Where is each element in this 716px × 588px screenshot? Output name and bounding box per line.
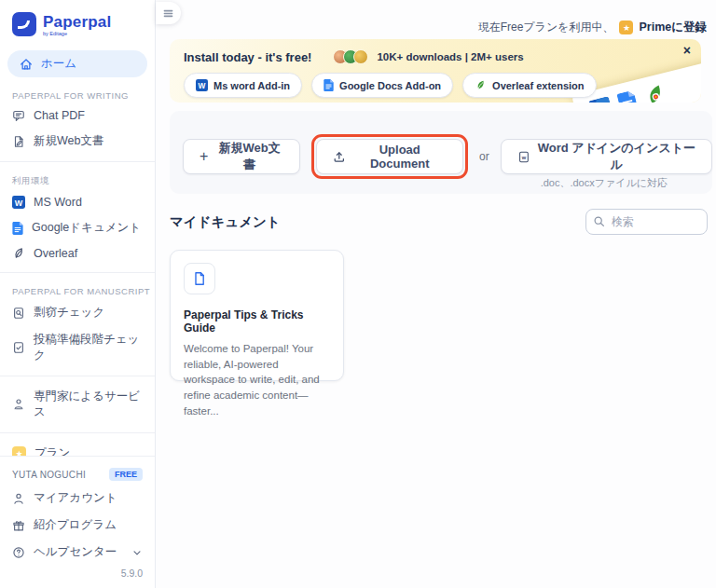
new-web-doc-button[interactable]: + 新規Web文書 [183,139,300,174]
chevron-down-icon[interactable] [131,547,143,558]
install-banner: Install today - it's free! 10K+ download… [170,39,701,103]
sidebar-item-label: 剽窃チェック [34,305,104,321]
menu-toggle-button[interactable] [156,2,181,24]
document-icon [184,263,215,294]
upload-highlight-annotation: Upload Document [311,134,468,179]
prime-star-icon: ★ [619,21,633,34]
gift-icon [12,519,25,532]
upload-icon [333,150,346,164]
document-description: Welcome to Paperpal! Your reliable, AI-p… [184,341,330,418]
paperpal-logo-icon [12,12,36,36]
user-avatars [333,49,368,64]
file-support-note: .doc、.docxファイルに対応 [541,176,668,190]
banner-stats: 10K+ downloads | 2M+ users [377,51,523,62]
svg-text:w: w [521,154,527,159]
sidebar-divider [0,272,155,273]
ms-word-icon: W [196,79,208,91]
sidebar-item-label: Googleドキュメント [32,220,141,236]
my-documents-heading: マイドキュメント [170,213,281,231]
pill-label: Google Docs Add-on [339,80,441,91]
plan-status-text: 現在Freeプランを利用中、 [478,20,614,35]
account-icon [12,492,25,505]
sidebar-item-home[interactable]: ホーム [7,50,147,77]
prime-signup-link[interactable]: Primeに登録 [639,20,707,35]
sidebar-item-label: Overleaf [34,247,77,260]
plan-badge: FREE [109,468,143,481]
button-label: Upload Document [352,143,447,171]
sidebar-item-label: 紹介プログラム [34,517,117,533]
sidebar-item-referral-program[interactable]: 紹介プログラム [0,512,155,539]
word-document-icon: w [517,150,530,164]
new-document-icon [12,135,25,148]
install-word-addin-button[interactable]: w Word アドインのインストール [501,139,712,174]
sidebar: Paperpal by Editage ホーム PAPERPAL FOR WRI… [0,0,156,588]
pill-label: Ms word Add-in [213,80,290,91]
actions-panel: + 新規Web文書 Upload Document or w Word アドイン… [170,111,712,194]
sidebar-divider [0,161,155,162]
overleaf-icon [12,247,25,260]
sidebar-item-label: Chat PDF [34,109,85,122]
avatar [353,49,368,64]
overleaf-extension-button[interactable]: Overleaf extension [462,73,596,98]
google-docs-addon-button[interactable]: Google Docs Add-on [311,73,453,98]
document-title: Paperpal Tips & Tricks Guide [184,308,330,335]
search-icon [593,215,605,227]
section-env-title: 利用環境 [12,175,155,187]
sidebar-item-overleaf[interactable]: Overleaf [0,241,155,266]
document-search-icon [12,307,25,320]
chat-icon [12,109,25,122]
sidebar-item-label: MS Word [34,196,82,209]
svg-text:W: W [15,198,23,208]
topbar-plan-area: 現在Freeプランを利用中、 ★ Primeに登録 [478,20,707,35]
sidebar-item-ms-word[interactable]: W MS Word [0,190,155,214]
app-version: 5.9.0 [0,566,155,582]
upload-document-button[interactable]: Upload Document [316,139,463,174]
section-writing-title: PAPERPAL FOR WRITING [12,90,155,101]
sidebar-item-label: マイアカウント [34,490,117,506]
sidebar-item-chat-pdf[interactable]: Chat PDF [0,103,155,128]
banner-close-icon[interactable]: × [683,43,691,58]
home-icon [20,58,33,71]
button-label: 新規Web文書 [215,140,282,173]
user-name: YUTA NOGUCHI [12,470,86,480]
banner-headline: Install today - it's free! [184,50,311,64]
sidebar-item-label: 専門家によるサービス [34,389,143,420]
expert-person-icon [12,398,25,411]
document-search [585,209,708,235]
sidebar-item-new-web-doc[interactable]: 新規Web文書 [0,128,155,155]
plus-icon: + [200,148,208,165]
brand-name: Paperpal [43,13,111,32]
overleaf-icon [475,79,487,91]
sidebar-footer: YUTA NOGUCHI FREE マイアカウント 紹介プログラム ヘルプセンタ… [0,456,155,588]
google-docs-icon [324,79,334,91]
sidebar-divider [0,432,155,433]
ms-word-icon: W [12,196,25,209]
document-check-icon [12,341,25,354]
sidebar-item-my-account[interactable]: マイアカウント [0,485,155,512]
google-docs-icon [12,222,23,235]
sidebar-item-submission-check[interactable]: 投稿準備段階チェック [0,326,155,369]
document-card[interactable]: Paperpal Tips & Tricks Guide Welcome to … [170,250,344,381]
sidebar-item-plagiarism-check[interactable]: 剽窃チェック [0,299,155,326]
main-content: 現在Freeプランを利用中、 ★ Primeに登録 Install today … [156,0,716,588]
pill-label: Overleaf extension [492,80,584,91]
sidebar-item-help-center[interactable]: ヘルプセンター [0,539,155,566]
button-label: Word アドインのインストール [538,140,695,173]
sidebar-item-label: 投稿準備段階チェック [34,332,143,363]
sidebar-item-label: ホーム [41,56,76,72]
sidebar-item-label: 新規Web文書 [34,133,103,149]
sidebar-divider [0,376,155,376]
hamburger-icon [162,7,174,20]
help-icon [12,546,25,559]
svg-text:W: W [199,81,206,90]
paperpal-logo[interactable]: Paperpal by Editage [0,0,155,36]
section-manuscript-title: PAPERPAL FOR MANUSCRIPT [12,286,155,296]
sidebar-item-expert-services[interactable]: 専門家によるサービス [0,383,155,426]
sidebar-item-label: ヘルプセンター [34,544,117,560]
ms-word-addin-button[interactable]: W Ms word Add-in [184,73,302,98]
sidebar-item-google-docs[interactable]: Googleドキュメント [0,214,155,241]
or-text: or [479,150,489,163]
